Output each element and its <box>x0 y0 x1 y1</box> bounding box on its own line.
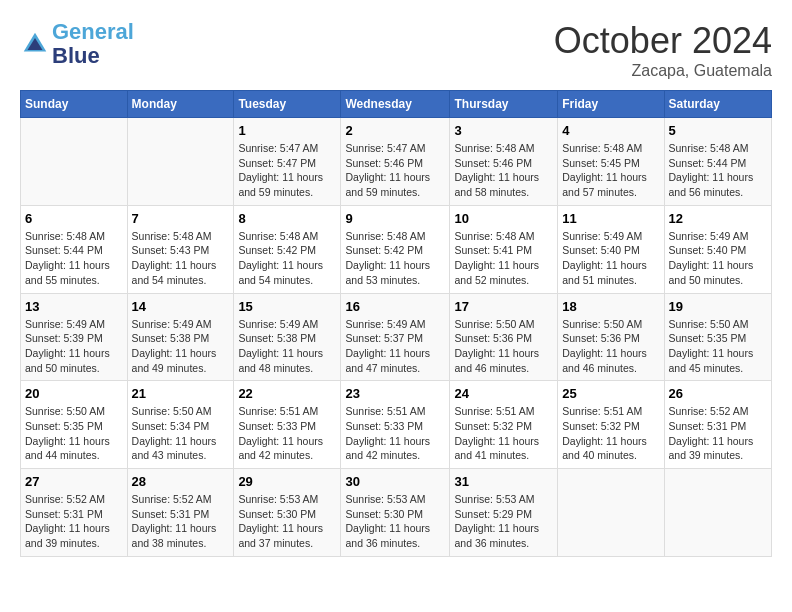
day-info: Sunrise: 5:49 AMSunset: 5:40 PMDaylight:… <box>562 229 659 288</box>
day-number: 31 <box>454 474 553 489</box>
calendar-cell: 12Sunrise: 5:49 AMSunset: 5:40 PMDayligh… <box>664 205 771 293</box>
day-number: 9 <box>345 211 445 226</box>
day-info: Sunrise: 5:52 AMSunset: 5:31 PMDaylight:… <box>669 404 767 463</box>
calendar-cell: 10Sunrise: 5:48 AMSunset: 5:41 PMDayligh… <box>450 205 558 293</box>
day-info: Sunrise: 5:49 AMSunset: 5:38 PMDaylight:… <box>238 317 336 376</box>
day-info: Sunrise: 5:50 AMSunset: 5:35 PMDaylight:… <box>25 404 123 463</box>
weekday-header: Wednesday <box>341 91 450 118</box>
weekday-header: Tuesday <box>234 91 341 118</box>
day-number: 14 <box>132 299 230 314</box>
calendar-week-row: 6Sunrise: 5:48 AMSunset: 5:44 PMDaylight… <box>21 205 772 293</box>
day-info: Sunrise: 5:50 AMSunset: 5:36 PMDaylight:… <box>454 317 553 376</box>
calendar-cell: 22Sunrise: 5:51 AMSunset: 5:33 PMDayligh… <box>234 381 341 469</box>
logo-text: GeneralBlue <box>52 20 134 68</box>
day-info: Sunrise: 5:48 AMSunset: 5:42 PMDaylight:… <box>238 229 336 288</box>
day-info: Sunrise: 5:50 AMSunset: 5:34 PMDaylight:… <box>132 404 230 463</box>
day-number: 15 <box>238 299 336 314</box>
calendar-week-row: 1Sunrise: 5:47 AMSunset: 5:47 PMDaylight… <box>21 118 772 206</box>
day-info: Sunrise: 5:53 AMSunset: 5:30 PMDaylight:… <box>238 492 336 551</box>
day-info: Sunrise: 5:52 AMSunset: 5:31 PMDaylight:… <box>132 492 230 551</box>
day-number: 11 <box>562 211 659 226</box>
calendar-week-row: 13Sunrise: 5:49 AMSunset: 5:39 PMDayligh… <box>21 293 772 381</box>
day-info: Sunrise: 5:49 AMSunset: 5:40 PMDaylight:… <box>669 229 767 288</box>
title-block: October 2024 Zacapa, Guatemala <box>554 20 772 80</box>
day-number: 18 <box>562 299 659 314</box>
weekday-header: Thursday <box>450 91 558 118</box>
weekday-header: Friday <box>558 91 664 118</box>
day-info: Sunrise: 5:48 AMSunset: 5:46 PMDaylight:… <box>454 141 553 200</box>
day-number: 13 <box>25 299 123 314</box>
day-number: 26 <box>669 386 767 401</box>
calendar-cell: 15Sunrise: 5:49 AMSunset: 5:38 PMDayligh… <box>234 293 341 381</box>
page-header: GeneralBlue October 2024 Zacapa, Guatema… <box>20 20 772 80</box>
day-info: Sunrise: 5:48 AMSunset: 5:45 PMDaylight:… <box>562 141 659 200</box>
day-number: 6 <box>25 211 123 226</box>
calendar-cell <box>127 118 234 206</box>
calendar-cell: 31Sunrise: 5:53 AMSunset: 5:29 PMDayligh… <box>450 469 558 557</box>
day-info: Sunrise: 5:51 AMSunset: 5:33 PMDaylight:… <box>345 404 445 463</box>
location-subtitle: Zacapa, Guatemala <box>554 62 772 80</box>
calendar-cell: 25Sunrise: 5:51 AMSunset: 5:32 PMDayligh… <box>558 381 664 469</box>
day-number: 23 <box>345 386 445 401</box>
day-info: Sunrise: 5:49 AMSunset: 5:37 PMDaylight:… <box>345 317 445 376</box>
day-number: 5 <box>669 123 767 138</box>
calendar-cell <box>558 469 664 557</box>
calendar-cell: 28Sunrise: 5:52 AMSunset: 5:31 PMDayligh… <box>127 469 234 557</box>
day-number: 1 <box>238 123 336 138</box>
calendar-cell: 6Sunrise: 5:48 AMSunset: 5:44 PMDaylight… <box>21 205 128 293</box>
calendar-cell: 4Sunrise: 5:48 AMSunset: 5:45 PMDaylight… <box>558 118 664 206</box>
day-info: Sunrise: 5:48 AMSunset: 5:44 PMDaylight:… <box>669 141 767 200</box>
day-info: Sunrise: 5:47 AMSunset: 5:46 PMDaylight:… <box>345 141 445 200</box>
day-number: 17 <box>454 299 553 314</box>
day-number: 20 <box>25 386 123 401</box>
day-number: 12 <box>669 211 767 226</box>
calendar-header: SundayMondayTuesdayWednesdayThursdayFrid… <box>21 91 772 118</box>
calendar-cell: 11Sunrise: 5:49 AMSunset: 5:40 PMDayligh… <box>558 205 664 293</box>
calendar-cell: 30Sunrise: 5:53 AMSunset: 5:30 PMDayligh… <box>341 469 450 557</box>
calendar-cell: 8Sunrise: 5:48 AMSunset: 5:42 PMDaylight… <box>234 205 341 293</box>
month-title: October 2024 <box>554 20 772 62</box>
day-info: Sunrise: 5:48 AMSunset: 5:41 PMDaylight:… <box>454 229 553 288</box>
calendar-cell <box>664 469 771 557</box>
day-number: 21 <box>132 386 230 401</box>
weekday-header: Sunday <box>21 91 128 118</box>
calendar-cell: 19Sunrise: 5:50 AMSunset: 5:35 PMDayligh… <box>664 293 771 381</box>
calendar-cell: 21Sunrise: 5:50 AMSunset: 5:34 PMDayligh… <box>127 381 234 469</box>
day-info: Sunrise: 5:53 AMSunset: 5:29 PMDaylight:… <box>454 492 553 551</box>
weekday-header: Saturday <box>664 91 771 118</box>
calendar-cell: 14Sunrise: 5:49 AMSunset: 5:38 PMDayligh… <box>127 293 234 381</box>
day-number: 27 <box>25 474 123 489</box>
logo-icon <box>20 29 50 59</box>
calendar-body: 1Sunrise: 5:47 AMSunset: 5:47 PMDaylight… <box>21 118 772 557</box>
day-info: Sunrise: 5:51 AMSunset: 5:33 PMDaylight:… <box>238 404 336 463</box>
calendar-cell: 13Sunrise: 5:49 AMSunset: 5:39 PMDayligh… <box>21 293 128 381</box>
day-number: 4 <box>562 123 659 138</box>
calendar-cell: 26Sunrise: 5:52 AMSunset: 5:31 PMDayligh… <box>664 381 771 469</box>
day-number: 19 <box>669 299 767 314</box>
calendar-week-row: 20Sunrise: 5:50 AMSunset: 5:35 PMDayligh… <box>21 381 772 469</box>
day-info: Sunrise: 5:49 AMSunset: 5:38 PMDaylight:… <box>132 317 230 376</box>
day-info: Sunrise: 5:53 AMSunset: 5:30 PMDaylight:… <box>345 492 445 551</box>
calendar-cell <box>21 118 128 206</box>
calendar-week-row: 27Sunrise: 5:52 AMSunset: 5:31 PMDayligh… <box>21 469 772 557</box>
day-number: 22 <box>238 386 336 401</box>
calendar-cell: 23Sunrise: 5:51 AMSunset: 5:33 PMDayligh… <box>341 381 450 469</box>
calendar-table: SundayMondayTuesdayWednesdayThursdayFrid… <box>20 90 772 557</box>
calendar-cell: 1Sunrise: 5:47 AMSunset: 5:47 PMDaylight… <box>234 118 341 206</box>
day-number: 2 <box>345 123 445 138</box>
calendar-cell: 24Sunrise: 5:51 AMSunset: 5:32 PMDayligh… <box>450 381 558 469</box>
calendar-cell: 2Sunrise: 5:47 AMSunset: 5:46 PMDaylight… <box>341 118 450 206</box>
day-info: Sunrise: 5:48 AMSunset: 5:44 PMDaylight:… <box>25 229 123 288</box>
day-number: 16 <box>345 299 445 314</box>
day-info: Sunrise: 5:51 AMSunset: 5:32 PMDaylight:… <box>562 404 659 463</box>
day-info: Sunrise: 5:52 AMSunset: 5:31 PMDaylight:… <box>25 492 123 551</box>
calendar-cell: 27Sunrise: 5:52 AMSunset: 5:31 PMDayligh… <box>21 469 128 557</box>
weekday-header: Monday <box>127 91 234 118</box>
day-info: Sunrise: 5:47 AMSunset: 5:47 PMDaylight:… <box>238 141 336 200</box>
calendar-cell: 7Sunrise: 5:48 AMSunset: 5:43 PMDaylight… <box>127 205 234 293</box>
day-number: 7 <box>132 211 230 226</box>
day-info: Sunrise: 5:49 AMSunset: 5:39 PMDaylight:… <box>25 317 123 376</box>
calendar-cell: 16Sunrise: 5:49 AMSunset: 5:37 PMDayligh… <box>341 293 450 381</box>
day-number: 29 <box>238 474 336 489</box>
logo: GeneralBlue <box>20 20 134 68</box>
